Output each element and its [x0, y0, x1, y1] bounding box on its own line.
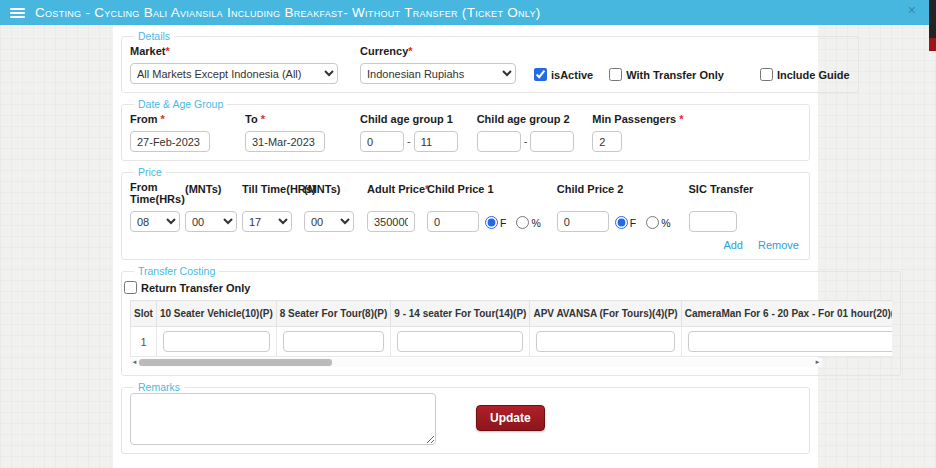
scroll-right-icon[interactable]: ► [813, 358, 822, 367]
child-price-1-label: Child Price 1 [427, 183, 494, 195]
hamburger-menu-icon[interactable] [10, 8, 25, 18]
transfer-cost-input[interactable] [536, 331, 674, 352]
child-age-group-1-min-input[interactable] [360, 131, 404, 152]
from-date-input[interactable] [130, 131, 210, 152]
background-page-edge-red [929, 38, 936, 51]
transfer-cost-cell [681, 327, 892, 357]
update-button[interactable]: Update [476, 405, 545, 431]
transfer-column-header: 10 Seater Vehicle(10)(P) [156, 301, 276, 327]
child-price-1-percent-radio[interactable] [516, 216, 529, 229]
adult-price-label: Adult Price [367, 183, 425, 195]
modal-title: Costing - Cycling Bali Aviansila Includi… [35, 5, 541, 20]
sic-transfer-label: SIC Transfer [689, 183, 754, 195]
transfer-table-row: 1 [131, 327, 893, 357]
child-price-1-flat-radio[interactable] [485, 216, 498, 229]
child-age-group-2-label: Child age group 2 [477, 113, 570, 125]
slot-cell: 1 [131, 327, 157, 357]
from-date-label: From [130, 113, 158, 125]
remarks-section: Remarks Update [121, 381, 810, 454]
child-price-2-flat-radio-field[interactable]: F [615, 216, 636, 229]
adult-price-input[interactable] [367, 211, 415, 232]
child-age-group-2-max-input[interactable] [530, 131, 574, 152]
remarks-legend: Remarks [134, 381, 184, 393]
min-passengers-input[interactable] [592, 131, 622, 152]
scrollbar-track[interactable] [139, 359, 813, 366]
child-age-group-1-label: Child age group 1 [360, 113, 453, 125]
child-price-1-percent-radio-field[interactable]: % [516, 216, 540, 229]
child-price-2-percent-radio-field[interactable]: % [646, 216, 670, 229]
range-dash: - [407, 135, 411, 147]
range-dash: - [524, 135, 528, 147]
from-date-required-mark: * [161, 113, 165, 125]
transfer-cost-input[interactable] [163, 331, 270, 352]
currency-required-mark: * [408, 45, 412, 57]
return-transfer-only-checkbox[interactable] [124, 281, 137, 294]
child-price-2-percent-radio[interactable] [646, 216, 659, 229]
modal-titlebar: Costing - Cycling Bali Aviansila Includi… [0, 0, 929, 25]
remarks-textarea[interactable] [130, 393, 436, 445]
is-active-checkbox[interactable] [534, 68, 547, 81]
transfer-cost-input[interactable] [283, 331, 385, 352]
transfer-cost-cell [156, 327, 276, 357]
date-age-group-legend: Date & Age Group [134, 98, 227, 110]
transfer-column-header: CameraMan For 6 - 20 Pax - For 01 hour(2… [681, 301, 892, 327]
to-date-input[interactable] [245, 131, 325, 152]
scrollbar-thumb[interactable] [139, 359, 332, 366]
transfer-column-header: 8 Seater For Tour(8)(P) [276, 301, 391, 327]
return-transfer-only-label: Return Transfer Only [141, 282, 250, 294]
from-time-label: From Time(HRs) [130, 181, 185, 205]
flat-radio-label: F [500, 217, 506, 229]
from-time-select[interactable]: 08 [130, 211, 180, 232]
market-label: Market [130, 45, 165, 57]
horizontal-scrollbar[interactable]: ◄ ► [130, 358, 822, 367]
transfer-cost-cell [276, 327, 391, 357]
child-age-group-1-max-input[interactable] [414, 131, 458, 152]
transfer-costing-section: Transfer Costing Return Transfer Only Sl… [121, 265, 901, 376]
is-active-label: isActive [551, 69, 593, 81]
with-transfer-only-checkbox[interactable] [609, 68, 622, 81]
transfer-cost-input[interactable] [397, 331, 523, 352]
transfer-table-wrapper: Slot10 Seater Vehicle(10)(P)8 Seater For… [130, 300, 892, 357]
scroll-left-icon[interactable]: ◄ [130, 358, 139, 367]
from-minutes-label: (MNTs) [185, 183, 221, 195]
background-page-edge [929, 0, 936, 51]
transfer-column-header: 9 - 14 seater For Tour(14)(P) [391, 301, 530, 327]
details-section: Details Market* All Markets Except Indon… [121, 30, 859, 93]
with-transfer-only-checkbox-field[interactable]: With Transfer Only [609, 68, 724, 81]
is-active-checkbox-field[interactable]: isActive [534, 68, 593, 81]
till-minutes-select[interactable]: 00 [304, 211, 354, 232]
child-price-2-input[interactable] [557, 211, 609, 232]
flat-radio-label: F [630, 217, 636, 229]
transfer-cost-input[interactable] [688, 331, 892, 352]
child-price-1-flat-radio-field[interactable]: F [485, 216, 506, 229]
till-minutes-label: (MNTs) [304, 183, 340, 195]
background-page-edge-dark [929, 0, 936, 38]
transfer-costing-legend: Transfer Costing [134, 265, 219, 277]
include-guide-label: Include Guide [777, 69, 850, 81]
child-price-2-flat-radio[interactable] [615, 216, 628, 229]
percent-radio-label: % [661, 217, 670, 229]
price-legend: Price [134, 166, 166, 178]
child-age-group-2-min-input[interactable] [477, 131, 521, 152]
child-price-2-label: Child Price 2 [557, 183, 624, 195]
transfer-cost-cell [391, 327, 530, 357]
market-select[interactable]: All Markets Except Indonesia (All) [130, 63, 338, 84]
close-icon[interactable]: × [908, 3, 916, 17]
from-minutes-select[interactable]: 00 [185, 211, 237, 232]
currency-select[interactable]: Indonesian Rupiahs [360, 63, 516, 84]
add-price-row-link[interactable]: Add [723, 239, 743, 251]
include-guide-checkbox-field[interactable]: Include Guide [760, 68, 850, 81]
date-age-group-section: Date & Age Group From * To * Child age g… [121, 98, 810, 161]
child-price-1-input[interactable] [427, 211, 479, 232]
details-legend: Details [134, 30, 174, 42]
min-passengers-label: Min Passengers [592, 113, 676, 125]
return-transfer-only-checkbox-field[interactable]: Return Transfer Only [124, 281, 892, 294]
include-guide-checkbox[interactable] [760, 68, 773, 81]
market-required-mark: * [165, 45, 169, 57]
sic-transfer-input[interactable] [689, 211, 737, 232]
to-date-required-mark: * [261, 113, 265, 125]
till-time-select[interactable]: 17 [242, 211, 292, 232]
remove-price-row-link[interactable]: Remove [758, 239, 799, 251]
transfer-cost-cell [530, 327, 681, 357]
with-transfer-only-label: With Transfer Only [626, 69, 724, 81]
